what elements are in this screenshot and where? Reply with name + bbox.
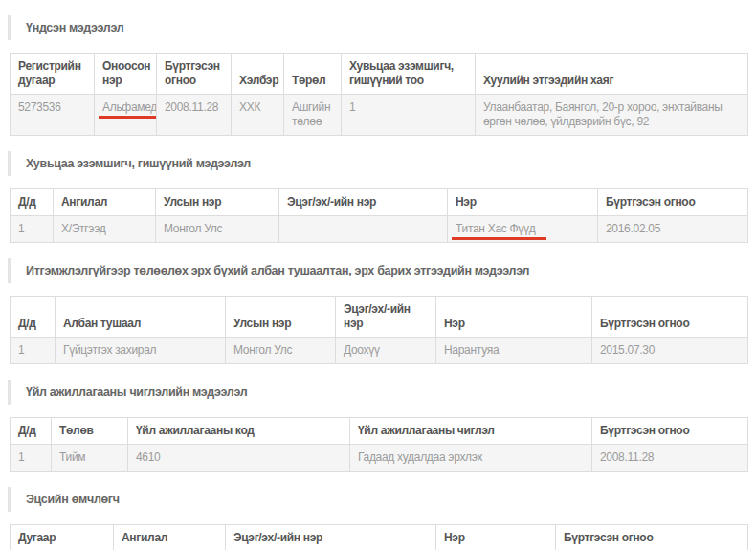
company-name-cell: Альфамеда bbox=[95, 95, 157, 136]
father-name-cell bbox=[279, 216, 448, 243]
section-basic-info: Үндсэн мэдээлэл Регистрийн дугаар Оноосо… bbox=[0, 15, 756, 136]
header-row: Д/д Төлөв Үйл ажиллагааны код Үйл ажилла… bbox=[11, 418, 748, 445]
type-cell: Ашгийн төлөө bbox=[284, 95, 342, 136]
header-cell: Эцэг/эх/-ийн нэр bbox=[226, 525, 436, 550]
section-title: Итгэмжлэлгүйгээр төлөөлөх эрх бүхий алба… bbox=[8, 258, 756, 283]
header-cell: Бүртгэсэн огноо bbox=[157, 54, 232, 95]
header-cell: Улсын нэр bbox=[156, 189, 279, 216]
section-title: Хувьцаа эзэмшигч, гишүүний мэдээлэл bbox=[8, 151, 756, 176]
header-cell: Төлөв bbox=[52, 418, 128, 445]
activities-table: Д/д Төлөв Үйл ажиллагааны код Үйл ажилла… bbox=[10, 417, 748, 472]
header-cell: Ангилал bbox=[54, 189, 156, 216]
header-cell: Бүртгэсэн огноо bbox=[556, 525, 748, 550]
shareholder-count-cell: 1 bbox=[342, 95, 476, 136]
status-cell: Тийм bbox=[52, 445, 128, 472]
index-cell: 1 bbox=[11, 445, 52, 472]
activity-direction-cell: Гадаад худалдаа эрхлэх bbox=[350, 445, 592, 472]
section-title: Эцсийн өмчлөгч bbox=[8, 487, 756, 512]
registered-date-cell: 2016.02.05 bbox=[598, 216, 748, 243]
header-cell: Үйл ажиллагааны чиглэл bbox=[350, 418, 592, 445]
country-cell: Монгол Улс bbox=[156, 216, 279, 243]
header-cell: Хэлбэр bbox=[232, 54, 284, 95]
form-cell: ХХК bbox=[232, 95, 284, 136]
header-row: Д/д Албан тушаал Улсын нэр Эцэг/эх/-ийн … bbox=[11, 297, 748, 338]
beneficial-owner-table: Дугаар Ангилал Эцэг/эх/-ийн нэр Нэр Бүрт… bbox=[10, 524, 748, 550]
table-row: 1 Х/Этгээд Монгол Улс Титан Хас Фүүд 201… bbox=[11, 216, 748, 243]
table-row: 1 Гүйцэтгэх захирал Монгол Улс Доохүү На… bbox=[11, 338, 748, 364]
header-row: Д/д Ангилал Улсын нэр Эцэг/эх/-ийн нэр Н… bbox=[11, 189, 748, 216]
shareholder-name-cell: Титан Хас Фүүд bbox=[448, 216, 598, 243]
header-cell: Нэр bbox=[436, 297, 592, 338]
activity-code-cell: 4610 bbox=[128, 445, 350, 472]
table-row: 1 Тийм 4610 Гадаад худалдаа эрхлэх 2008.… bbox=[11, 445, 748, 472]
header-cell: Оноосон нэр bbox=[95, 54, 157, 95]
header-cell: Хуулийн этгээдийн хаяг bbox=[476, 54, 748, 95]
header-cell: Эцэг/эх/-ийн нэр bbox=[279, 189, 448, 216]
section-beneficial-owner: Эцсийн өмчлөгч Дугаар Ангилал Эцэг/эх/-и… bbox=[0, 487, 756, 550]
official-name-cell: Нарантуяа bbox=[436, 338, 592, 364]
red-underline-annotation: Альфамеда bbox=[102, 100, 157, 115]
header-cell: Регистрийн дугаар bbox=[11, 54, 95, 95]
header-cell: Эцэг/эх/-ийн нэр bbox=[336, 297, 436, 338]
header-cell: Төрөл bbox=[284, 54, 342, 95]
section-title: Үндсэн мэдээлэл bbox=[8, 15, 756, 40]
section-title: Үйл ажиллагааны чиглэлийн мэдээлэл bbox=[8, 380, 756, 405]
registered-date-cell: 2008.11.28 bbox=[592, 445, 748, 472]
position-cell: Гүйцэтгэх захирал bbox=[56, 338, 226, 364]
header-cell: Ангилал bbox=[114, 525, 226, 550]
section-activities: Үйл ажиллагааны чиглэлийн мэдээлэл Д/д Т… bbox=[0, 380, 756, 472]
registry-info-page: { "page": { "background": "#ffffff", "an… bbox=[0, 0, 756, 550]
registered-date-cell: 2008.11.28 bbox=[157, 95, 232, 136]
officials-table: Д/д Албан тушаал Улсын нэр Эцэг/эх/-ийн … bbox=[10, 296, 748, 364]
section-shareholders: Хувьцаа эзэмшигч, гишүүний мэдээлэл Д/д … bbox=[0, 151, 756, 243]
section-officials: Итгэмжлэлгүйгээр төлөөлөх эрх бүхий алба… bbox=[0, 258, 756, 364]
shareholders-table: Д/д Ангилал Улсын нэр Эцэг/эх/-ийн нэр Н… bbox=[10, 188, 748, 243]
header-cell: Хувьцаа эзэмшигч, гишүүний тоо bbox=[342, 54, 476, 95]
header-cell: Албан тушаал bbox=[56, 297, 226, 338]
red-underline-annotation: Титан Хас Фүүд bbox=[456, 222, 535, 236]
header-cell: Үйл ажиллагааны код bbox=[128, 418, 350, 445]
index-cell: 1 bbox=[11, 216, 54, 243]
header-cell: Д/д bbox=[11, 418, 52, 445]
legal-address-cell: Улаанбаатар, Баянгол, 20-р хороо, энхтай… bbox=[476, 95, 748, 136]
header-cell: Д/д bbox=[11, 297, 56, 338]
father-name-cell: Доохүү bbox=[336, 338, 436, 364]
header-cell: Нэр bbox=[448, 189, 598, 216]
header-cell: Улсын нэр bbox=[226, 297, 336, 338]
header-row: Дугаар Ангилал Эцэг/эх/-ийн нэр Нэр Бүрт… bbox=[11, 525, 748, 550]
register-number-cell: 5273536 bbox=[11, 95, 95, 136]
category-cell: Х/Этгээд bbox=[54, 216, 156, 243]
header-row: Регистрийн дугаар Оноосон нэр Бүртгэсэн … bbox=[11, 54, 748, 95]
header-cell: Бүртгэсэн огноо bbox=[592, 297, 748, 338]
registered-date-cell: 2015.07.30 bbox=[592, 338, 748, 364]
table-row: 5273536 Альфамеда 2008.11.28 ХХК Ашгийн … bbox=[11, 95, 748, 136]
header-cell: Дугаар bbox=[11, 525, 114, 550]
header-cell: Бүртгэсэн огноо bbox=[598, 189, 748, 216]
header-cell: Д/д bbox=[11, 189, 54, 216]
basic-info-table: Регистрийн дугаар Оноосон нэр Бүртгэсэн … bbox=[10, 53, 748, 136]
country-cell: Монгол Улс bbox=[226, 338, 336, 364]
index-cell: 1 bbox=[11, 338, 56, 364]
header-cell: Нэр bbox=[436, 525, 556, 550]
header-cell: Бүртгэсэн огноо bbox=[592, 418, 748, 445]
